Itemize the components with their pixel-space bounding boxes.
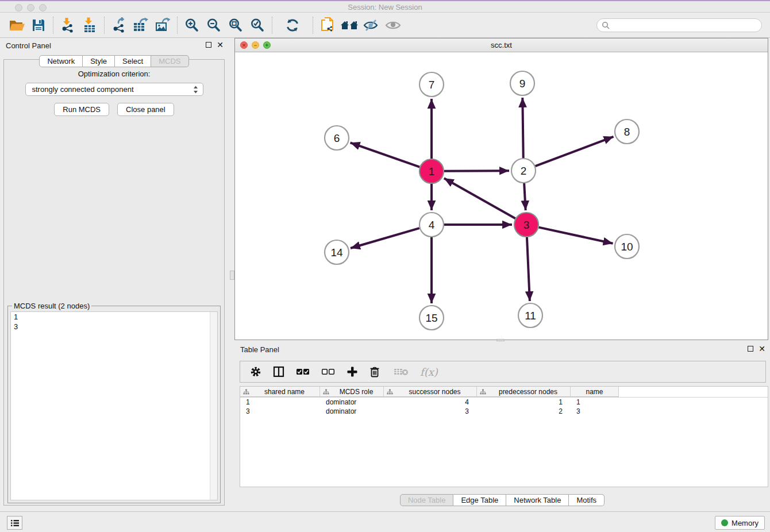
graph-node-2[interactable]: 2 (511, 159, 536, 183)
column-header-successor-nodes[interactable]: successor nodes (384, 387, 477, 397)
zoom-selected-icon[interactable] (247, 16, 268, 35)
graph-edge-2-8[interactable] (536, 137, 614, 166)
table-cell[interactable]: 3 (571, 407, 619, 416)
zoom-fit-icon[interactable] (225, 16, 247, 35)
export-table-icon[interactable] (130, 16, 152, 35)
tab-motifs[interactable]: Motifs (569, 494, 605, 506)
float-panel-icon[interactable] (748, 346, 753, 352)
graph-node-14[interactable]: 14 (325, 240, 349, 264)
first-neighbors-icon[interactable] (338, 16, 360, 35)
table-cell[interactable]: 3 (384, 407, 477, 416)
show-hidden-icon[interactable] (382, 16, 404, 35)
zoom-in-icon[interactable] (181, 16, 203, 35)
table-cell[interactable]: 1 (477, 398, 571, 407)
table-row[interactable]: 1dominator411 (240, 398, 768, 407)
graph-edge-3-11[interactable] (527, 237, 530, 301)
graph-edge-1-2[interactable] (444, 171, 509, 171)
graph-edge-2-9[interactable] (522, 98, 523, 158)
close-panel-icon[interactable]: ✕ (759, 346, 765, 352)
task-history-button[interactable] (7, 516, 22, 530)
tab-node-table[interactable]: Node Table (400, 494, 454, 506)
delete-column-icon[interactable] (369, 366, 380, 377)
tab-network-table[interactable]: Network Table (506, 494, 569, 506)
close-view-icon[interactable]: ✕ (240, 41, 248, 49)
graph-node-3[interactable]: 3 (514, 213, 538, 237)
select-stepper-icon (193, 86, 198, 94)
float-panel-icon[interactable] (206, 42, 211, 48)
import-network-icon[interactable] (57, 16, 79, 35)
export-network-icon[interactable] (108, 16, 130, 35)
app-titlebar: Session: New Session (0, 0, 770, 13)
table-cell[interactable]: 2 (477, 407, 571, 416)
column-layout-icon[interactable] (273, 366, 284, 377)
graph-edge-4-14[interactable] (351, 228, 419, 248)
toolbar-separator (53, 17, 53, 34)
deselect-all-icon[interactable] (321, 368, 335, 375)
mcds-result-list[interactable]: 13 (10, 311, 218, 500)
minimize-view-icon[interactable]: − (252, 41, 259, 49)
table-cell[interactable]: 4 (384, 398, 477, 407)
graph-node-11[interactable]: 11 (518, 303, 542, 327)
tab-style[interactable]: Style (83, 55, 115, 67)
graph-node-1[interactable]: 1 (419, 159, 444, 183)
scrollbar-track[interactable] (210, 312, 217, 500)
search-input[interactable] (613, 21, 757, 29)
optimization-criterion-select[interactable]: strongly connected component (25, 83, 203, 96)
close-panel-icon[interactable]: ✕ (217, 42, 224, 48)
search-field[interactable] (596, 18, 762, 32)
apply-layout-icon[interactable] (282, 16, 303, 35)
table-cell[interactable]: 1 (240, 398, 320, 407)
graph-node-15[interactable]: 15 (419, 306, 444, 330)
graph-edge-1-6[interactable] (351, 142, 420, 167)
network-graph[interactable]: 7968124314101511 (235, 52, 768, 340)
graph-node-10[interactable]: 10 (615, 234, 639, 259)
tab-select[interactable]: Select (115, 55, 151, 67)
table-cell[interactable]: dominator (320, 398, 384, 407)
open-file-icon[interactable] (6, 16, 28, 35)
graph-edge-3-1[interactable] (444, 178, 515, 218)
graph-edge-3-10[interactable] (538, 228, 613, 244)
graph-node-4[interactable]: 4 (419, 213, 444, 237)
hide-selected-icon[interactable] (360, 16, 382, 35)
clone-network-icon[interactable] (317, 16, 338, 35)
svg-text:10: 10 (621, 241, 633, 253)
gear-icon[interactable] (250, 366, 261, 377)
tab-mcds[interactable]: MCDS (151, 55, 188, 67)
column-header-shared-name[interactable]: shared name (240, 387, 320, 397)
tab-network[interactable]: Network (39, 55, 83, 67)
zoom-out-icon[interactable] (203, 16, 225, 35)
close-panel-button[interactable]: Close panel (117, 103, 174, 116)
toolbar-separator (104, 17, 105, 34)
network-window-titlebar[interactable]: ✕ − + scc.txt (235, 38, 768, 52)
column-header-mcds-role[interactable]: MCDS role (320, 387, 384, 397)
control-panel: Control Panel ✕ NetworkStyleSelectMCDS O… (0, 38, 228, 511)
graph-edge-2-3[interactable] (524, 183, 526, 210)
network-canvas[interactable]: 7968124314101511 (235, 52, 768, 340)
save-session-icon[interactable] (28, 16, 49, 35)
add-column-icon[interactable] (346, 366, 358, 377)
import-table-icon[interactable] (79, 16, 101, 35)
delete-table-icon (394, 367, 409, 376)
table-cell[interactable]: dominator (320, 407, 384, 416)
svg-text:9: 9 (519, 78, 526, 90)
svg-text:14: 14 (330, 246, 343, 259)
table-cell[interactable]: 3 (240, 407, 320, 416)
graph-node-9[interactable]: 9 (510, 71, 534, 95)
run-mcds-button[interactable]: Run MCDS (54, 103, 109, 116)
table-cell[interactable]: 1 (571, 398, 619, 407)
tab-edge-table[interactable]: Edge Table (453, 494, 506, 506)
panel-splitter-grip[interactable] (230, 271, 234, 280)
zoom-view-icon[interactable]: + (263, 41, 271, 49)
export-image-icon[interactable] (152, 16, 174, 35)
svg-text:8: 8 (624, 126, 630, 138)
select-all-icon[interactable] (296, 368, 310, 375)
graph-node-7[interactable]: 7 (419, 72, 444, 97)
graph-node-8[interactable]: 8 (615, 119, 639, 144)
table-row[interactable]: 3dominator323 (240, 407, 768, 416)
column-header-predecessor-nodes[interactable]: predecessor nodes (477, 387, 571, 397)
column-header-name[interactable]: name (571, 387, 619, 397)
graph-node-6[interactable]: 6 (325, 126, 349, 150)
memory-button[interactable]: Memory (715, 516, 765, 530)
view-resize-grip[interactable] (496, 339, 505, 341)
svg-text:11: 11 (525, 310, 536, 322)
